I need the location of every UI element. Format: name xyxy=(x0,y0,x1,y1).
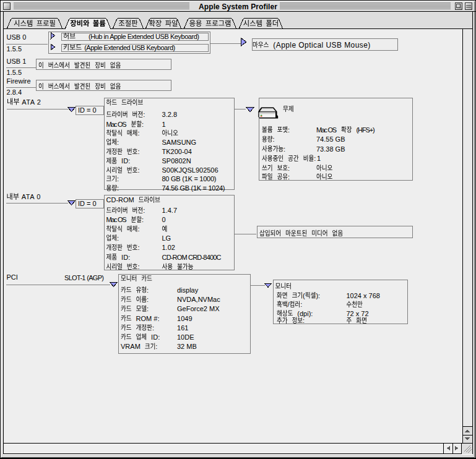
svg-text::: : xyxy=(300,301,302,308)
svg-text:Mac OS: Mac OS xyxy=(316,126,337,134)
svg-text:GeForce2 MX: GeForce2 MX xyxy=(177,305,220,312)
svg-text:SLOT-1 (AGP): SLOT-1 (AGP) xyxy=(64,274,104,281)
svg-text::: : xyxy=(117,184,119,192)
svg-text:ATA 2: ATA 2 xyxy=(22,98,41,106)
svg-text:S00KJQSL902506: S00KJQSL902506 xyxy=(162,166,219,174)
svg-text:VRAM: VRAM xyxy=(121,343,141,350)
svg-text::: : xyxy=(147,305,149,312)
svg-text::: : xyxy=(314,155,316,162)
svg-text:USB 1: USB 1 xyxy=(7,58,27,65)
svg-text::: : xyxy=(137,225,139,233)
svg-text::: : xyxy=(152,324,154,332)
svg-text:CD-ROM CRD-8400C: CD-ROM CRD-8400C xyxy=(162,254,222,261)
svg-text:Mac OS: Mac OS xyxy=(106,121,127,128)
svg-text:1.5.5: 1.5.5 xyxy=(7,45,22,53)
svg-text:72 x 72: 72 x 72 xyxy=(347,310,369,317)
svg-text:1.02: 1.02 xyxy=(162,244,175,251)
svg-text::: : xyxy=(288,165,290,172)
svg-text:SAMSUNG: SAMSUNG xyxy=(162,139,197,146)
svg-text:(Apple Extended USB Keyboard): (Apple Extended USB Keyboard) xyxy=(84,44,175,51)
svg-text:display: display xyxy=(177,286,199,294)
svg-text:74.55 GB: 74.55 GB xyxy=(316,135,345,143)
svg-text:LG: LG xyxy=(162,234,171,242)
svg-text:2.8.4: 2.8.4 xyxy=(7,88,22,96)
svg-text:1.5.5: 1.5.5 xyxy=(7,69,22,76)
svg-text:73.38 GB: 73.38 GB xyxy=(316,145,345,153)
svg-text::: : xyxy=(137,263,139,270)
svg-text:(Hub in Apple Extended USB Key: (Hub in Apple Extended USB Keyboard) xyxy=(89,33,199,40)
svg-text::: : xyxy=(147,296,149,303)
svg-text:(HFS+): (HFS+) xyxy=(357,126,375,134)
svg-text::: : xyxy=(273,135,275,143)
svg-text:1.4.7: 1.4.7 xyxy=(162,207,178,214)
svg-text::: : xyxy=(117,234,119,242)
svg-text:):: ): xyxy=(316,292,320,299)
svg-text:ATA 0: ATA 0 xyxy=(22,193,41,200)
svg-text:Firewire: Firewire xyxy=(7,77,31,85)
svg-text::: : xyxy=(137,244,139,251)
svg-text::: : xyxy=(137,129,139,137)
svg-text::: : xyxy=(142,216,144,223)
svg-text:74.56 GB (1K = 1024): 74.56 GB (1K = 1024) xyxy=(162,184,225,192)
svg-text:161: 161 xyxy=(177,324,188,332)
svg-text:ID = 0: ID = 0 xyxy=(78,106,97,114)
svg-text::: : xyxy=(155,343,157,350)
svg-text:Mac OS: Mac OS xyxy=(106,216,127,223)
svg-text:3.2.8: 3.2.8 xyxy=(162,111,178,118)
svg-text:(: ( xyxy=(303,292,305,299)
svg-text:TK200-04: TK200-04 xyxy=(162,148,192,155)
svg-text:32 MB: 32 MB xyxy=(177,343,197,350)
svg-text:ID:: ID: xyxy=(121,254,130,261)
svg-text:ID:: ID: xyxy=(151,333,160,341)
svg-text::: : xyxy=(137,166,139,174)
svg-text::: : xyxy=(143,207,145,214)
svg-text::: : xyxy=(143,111,145,118)
svg-text:(Apple Optical USB Mouse): (Apple Optical USB Mouse) xyxy=(273,41,370,49)
svg-text:1024 x 768: 1024 x 768 xyxy=(347,292,380,299)
svg-text::: : xyxy=(117,175,119,182)
svg-text:USB 0: USB 0 xyxy=(7,33,27,41)
svg-text::: : xyxy=(303,317,305,324)
svg-text:1049: 1049 xyxy=(177,315,193,322)
svg-text:0: 0 xyxy=(162,216,166,223)
svg-text:10DE: 10DE xyxy=(177,333,194,341)
svg-text:1: 1 xyxy=(162,121,166,128)
svg-text:(dpi):: (dpi): xyxy=(297,310,313,317)
svg-text:Apple System Profiler: Apple System Profiler xyxy=(199,2,277,11)
svg-text:PCI: PCI xyxy=(7,273,18,281)
svg-text::: : xyxy=(147,286,149,294)
svg-text:1: 1 xyxy=(317,155,321,162)
svg-text:SP0802N: SP0802N xyxy=(162,157,191,165)
svg-text:ROM #:: ROM #: xyxy=(136,315,160,322)
svg-text::: : xyxy=(117,139,119,146)
svg-text:ID:: ID: xyxy=(121,157,130,165)
svg-text:80 GB (1K = 1000): 80 GB (1K = 1000) xyxy=(162,175,217,182)
svg-text:NVDA,NVMac: NVDA,NVMac xyxy=(177,296,220,303)
svg-text::: : xyxy=(288,173,290,181)
svg-text::: : xyxy=(142,121,144,128)
svg-text:ID = 0: ID = 0 xyxy=(78,200,97,207)
svg-text:CD-ROM: CD-ROM xyxy=(106,196,134,204)
svg-text::: : xyxy=(288,126,290,134)
svg-text::: : xyxy=(283,145,285,153)
svg-text::: : xyxy=(137,148,139,155)
